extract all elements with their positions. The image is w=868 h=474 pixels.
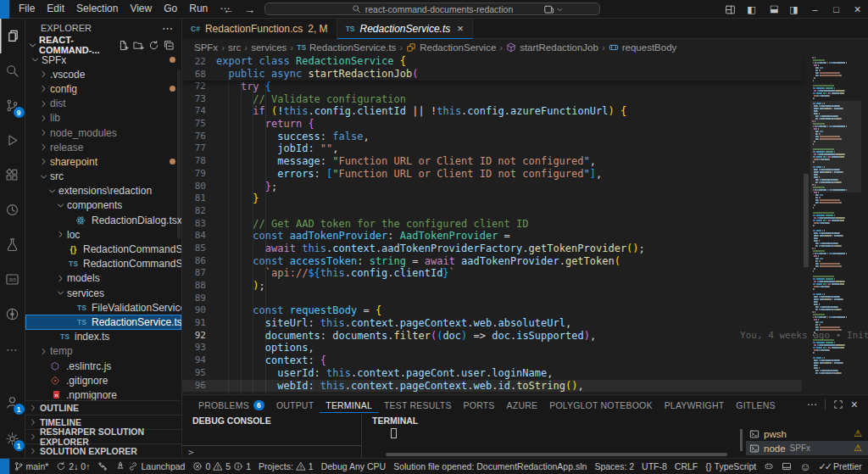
tree-item-lib[interactable]: lib	[25, 111, 181, 125]
line-number[interactable]: 86	[182, 255, 206, 268]
close-icon[interactable]: ×	[457, 23, 464, 34]
line-number[interactable]: 84	[182, 230, 206, 243]
sidebar-scrollbar[interactable]	[177, 70, 181, 239]
collapse-all-button[interactable]	[164, 40, 175, 51]
code-line-96[interactable]: 96 webId: this.context.pageContext.web.i…	[182, 380, 802, 393]
history-back-button[interactable]: ←	[223, 3, 234, 16]
line-number[interactable]: 95	[182, 367, 206, 380]
line-number[interactable]: 91	[182, 317, 206, 330]
section-resharper-solution-explorer[interactable]: RESHARPER SOLUTION EXPLORER	[25, 429, 181, 443]
editor-scrollbar[interactable]	[802, 55, 810, 394]
code-line-73[interactable]: 73 // Validate configuration	[182, 93, 802, 106]
minimap-slider[interactable]	[810, 101, 861, 192]
panel-tab-ports[interactable]: PORTS	[458, 397, 501, 413]
line-number[interactable]: 83	[182, 218, 206, 231]
toggle-secondary-button[interactable]: ◨	[783, 0, 804, 19]
line-number[interactable]: 77	[182, 142, 206, 155]
line-number[interactable]: 68	[182, 68, 206, 81]
toggle-panel-button[interactable]: ◧	[764, 0, 782, 20]
tree-item-.gitignore[interactable]: .gitignore	[25, 373, 181, 388]
breadcrumb-item-requestbody[interactable]: requestBody	[609, 42, 677, 53]
line-number[interactable]: 73	[182, 93, 206, 106]
status-gitlens-commit-graph[interactable]	[94, 459, 112, 474]
code-line-85[interactable]: 85 await this.context.aadTokenProviderFa…	[182, 243, 802, 255]
menu-run[interactable]: Run	[183, 0, 214, 18]
status-projects[interactable]: Projects:1	[254, 459, 317, 474]
line-number[interactable]: 72	[182, 81, 206, 93]
terminal-list-scrollbar[interactable]	[740, 429, 743, 451]
code-line-87[interactable]: 87 `api://${this.config.clientId}`	[182, 267, 802, 280]
code-line-93[interactable]: 93 options,	[182, 342, 802, 354]
line-number[interactable]: 96	[182, 380, 206, 393]
terminal-header[interactable]: TERMINAL	[362, 414, 868, 427]
activity-run-and-debug[interactable]	[0, 123, 25, 158]
activity-gitlens[interactable]	[0, 297, 25, 332]
breadcrumb-item-services[interactable]: services	[251, 42, 287, 53]
terminal-instance-pwsh[interactable]: pwsh⚠	[746, 427, 868, 441]
menu-file[interactable]: File	[13, 0, 41, 18]
activity-accounts[interactable]: 1	[0, 385, 25, 420]
status-feedback[interactable]: ☺	[796, 459, 815, 474]
status-editor-layout[interactable]	[778, 459, 796, 474]
activity-search[interactable]	[0, 53, 25, 88]
activity-settings[interactable]: 1	[0, 421, 25, 456]
code-line-95[interactable]: 95 userId: this.context.pageCont.user.lo…	[182, 367, 802, 380]
menu-view[interactable]: View	[124, 0, 158, 18]
code-line-84[interactable]: 84 const aadTokenProvider: AadTokenProvi…	[182, 230, 802, 243]
code-line-80[interactable]: 80 };	[182, 181, 802, 193]
panel-tab-output[interactable]: OUTPUT	[270, 397, 320, 413]
status-git-branch[interactable]: main*	[9, 459, 53, 474]
section-outline[interactable]: OUTLINE	[25, 400, 181, 415]
debug-console-input[interactable]: >	[182, 445, 361, 458]
tree-item-spfx[interactable]: SPFx	[25, 53, 181, 67]
line-number[interactable]: 93	[182, 342, 206, 354]
toggle-sidebar-button[interactable]: ◧	[741, 0, 762, 19]
breadcrumb-item-startredactionjob[interactable]: startRedactionJob	[506, 42, 598, 53]
code-line-89[interactable]: 89	[182, 293, 802, 305]
explorer-more-actions-button[interactable]: ⋯	[162, 22, 173, 35]
menu-selection[interactable]: Selection	[70, 0, 124, 18]
menu-go[interactable]: Go	[158, 0, 183, 18]
code-line-83[interactable]: 83 // Get AAD token for the configured c…	[182, 218, 802, 231]
status-gitlens-launchpad[interactable]: Launchpad	[112, 459, 189, 474]
terminal-viewport[interactable]	[362, 427, 739, 458]
status-indentation[interactable]: Spaces: 2	[591, 459, 638, 474]
activity-microsoft-365[interactable]: 365	[0, 262, 25, 297]
line-number[interactable]: 75	[182, 118, 206, 131]
tree-item-models[interactable]: models	[25, 271, 181, 286]
status-debug-target[interactable]: Debug Any CPU	[317, 459, 389, 474]
code-line-68[interactable]: 68 public async startRedactionJob(	[182, 68, 802, 81]
terminal-hscrollbar[interactable]	[386, 453, 727, 456]
code-line-86[interactable]: 86 const accessToken: string = await aad…	[182, 255, 802, 268]
search-options-dropdown[interactable]	[543, 0, 564, 19]
line-number[interactable]: 88	[182, 280, 206, 293]
code-line-82[interactable]: 82	[182, 205, 802, 218]
breadcrumb-item-src[interactable]: src	[228, 42, 241, 53]
activity-explorer[interactable]	[0, 19, 25, 53]
breadcrumb-item-redactionservice[interactable]: RedactionService	[406, 42, 496, 53]
line-number[interactable]: 85	[182, 243, 206, 255]
tree-item-.vscode[interactable]: .vscode	[25, 67, 181, 81]
code-editor[interactable]: 72 try {73 // Validate configuration74 i…	[182, 55, 868, 394]
project-root-row[interactable]: REACT-COMMAND-...	[25, 37, 181, 53]
panel-tab-test-results[interactable]: TEST RESULTS	[378, 397, 458, 413]
panel-tab-terminal[interactable]: TERMINAL	[320, 397, 378, 413]
maximize-button[interactable]: □	[826, 0, 847, 19]
status-language-mode[interactable]: {}TypeScript	[702, 459, 760, 474]
line-number[interactable]: 82	[182, 205, 206, 218]
terminal-instance-node[interactable]: nodeSPFx⚠	[746, 441, 868, 455]
tree-item-.npmignore[interactable]: n.npmignore	[25, 388, 181, 400]
tree-item-redactiondialog.tsx[interactable]: RedactionDialog.tsx	[25, 213, 181, 227]
tab-redactionfunction.cs[interactable]: C#RedactionFunction.cs2, M	[182, 19, 337, 39]
panel-tab-problems[interactable]: PROBLEMS6	[192, 397, 270, 413]
minimize-button[interactable]: –	[804, 0, 826, 19]
code-line-77[interactable]: 77 jobId: "",	[182, 142, 802, 155]
debug-console-header[interactable]: DEBUG CONSOLE	[182, 414, 361, 427]
activity-testing[interactable]	[0, 227, 25, 262]
activity-remote-explorer[interactable]	[0, 192, 25, 227]
code-line-76[interactable]: 76 success: false,	[182, 131, 802, 143]
line-number[interactable]: 74	[182, 105, 206, 118]
code-line-94[interactable]: 94 context: {	[182, 354, 802, 367]
minimap[interactable]	[810, 57, 861, 394]
line-number[interactable]: 92	[182, 330, 206, 343]
